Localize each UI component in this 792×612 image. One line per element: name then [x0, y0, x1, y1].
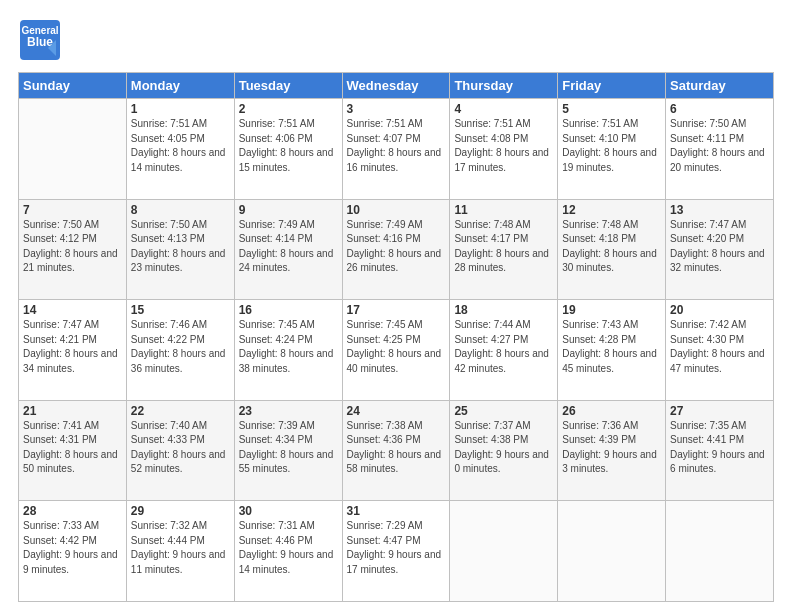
calendar-cell: 23Sunrise: 7:39 AM Sunset: 4:34 PM Dayli…	[234, 400, 342, 501]
day-info: Sunrise: 7:47 AM Sunset: 4:20 PM Dayligh…	[670, 218, 769, 276]
calendar-cell: 26Sunrise: 7:36 AM Sunset: 4:39 PM Dayli…	[558, 400, 666, 501]
calendar-cell: 25Sunrise: 7:37 AM Sunset: 4:38 PM Dayli…	[450, 400, 558, 501]
day-number: 1	[131, 102, 230, 116]
calendar-header-row: SundayMondayTuesdayWednesdayThursdayFrid…	[19, 73, 774, 99]
day-info: Sunrise: 7:51 AM Sunset: 4:10 PM Dayligh…	[562, 117, 661, 175]
calendar-cell	[558, 501, 666, 602]
weekday-header: Thursday	[450, 73, 558, 99]
weekday-header: Friday	[558, 73, 666, 99]
day-number: 14	[23, 303, 122, 317]
calendar-cell: 1Sunrise: 7:51 AM Sunset: 4:05 PM Daylig…	[126, 99, 234, 200]
calendar-cell: 19Sunrise: 7:43 AM Sunset: 4:28 PM Dayli…	[558, 300, 666, 401]
day-info: Sunrise: 7:29 AM Sunset: 4:47 PM Dayligh…	[347, 519, 446, 577]
calendar-cell: 18Sunrise: 7:44 AM Sunset: 4:27 PM Dayli…	[450, 300, 558, 401]
day-info: Sunrise: 7:33 AM Sunset: 4:42 PM Dayligh…	[23, 519, 122, 577]
calendar-cell: 14Sunrise: 7:47 AM Sunset: 4:21 PM Dayli…	[19, 300, 127, 401]
calendar-table: SundayMondayTuesdayWednesdayThursdayFrid…	[18, 72, 774, 602]
day-number: 16	[239, 303, 338, 317]
day-number: 25	[454, 404, 553, 418]
calendar-cell: 28Sunrise: 7:33 AM Sunset: 4:42 PM Dayli…	[19, 501, 127, 602]
calendar-week-row: 7Sunrise: 7:50 AM Sunset: 4:12 PM Daylig…	[19, 199, 774, 300]
calendar-week-row: 1Sunrise: 7:51 AM Sunset: 4:05 PM Daylig…	[19, 99, 774, 200]
calendar-cell: 27Sunrise: 7:35 AM Sunset: 4:41 PM Dayli…	[666, 400, 774, 501]
day-number: 15	[131, 303, 230, 317]
header: General Blue	[18, 18, 774, 62]
day-number: 17	[347, 303, 446, 317]
day-info: Sunrise: 7:51 AM Sunset: 4:06 PM Dayligh…	[239, 117, 338, 175]
day-number: 26	[562, 404, 661, 418]
day-info: Sunrise: 7:50 AM Sunset: 4:13 PM Dayligh…	[131, 218, 230, 276]
day-info: Sunrise: 7:51 AM Sunset: 4:07 PM Dayligh…	[347, 117, 446, 175]
calendar-cell: 12Sunrise: 7:48 AM Sunset: 4:18 PM Dayli…	[558, 199, 666, 300]
day-info: Sunrise: 7:51 AM Sunset: 4:05 PM Dayligh…	[131, 117, 230, 175]
calendar-cell: 3Sunrise: 7:51 AM Sunset: 4:07 PM Daylig…	[342, 99, 450, 200]
calendar-week-row: 14Sunrise: 7:47 AM Sunset: 4:21 PM Dayli…	[19, 300, 774, 401]
day-number: 20	[670, 303, 769, 317]
day-info: Sunrise: 7:40 AM Sunset: 4:33 PM Dayligh…	[131, 419, 230, 477]
day-number: 21	[23, 404, 122, 418]
day-number: 28	[23, 504, 122, 518]
day-number: 2	[239, 102, 338, 116]
calendar-cell: 13Sunrise: 7:47 AM Sunset: 4:20 PM Dayli…	[666, 199, 774, 300]
day-number: 19	[562, 303, 661, 317]
day-number: 6	[670, 102, 769, 116]
day-info: Sunrise: 7:50 AM Sunset: 4:12 PM Dayligh…	[23, 218, 122, 276]
calendar-cell	[450, 501, 558, 602]
calendar-cell: 21Sunrise: 7:41 AM Sunset: 4:31 PM Dayli…	[19, 400, 127, 501]
logo-icon: General Blue	[18, 18, 62, 62]
calendar-cell: 4Sunrise: 7:51 AM Sunset: 4:08 PM Daylig…	[450, 99, 558, 200]
calendar-cell: 15Sunrise: 7:46 AM Sunset: 4:22 PM Dayli…	[126, 300, 234, 401]
calendar-week-row: 21Sunrise: 7:41 AM Sunset: 4:31 PM Dayli…	[19, 400, 774, 501]
day-info: Sunrise: 7:36 AM Sunset: 4:39 PM Dayligh…	[562, 419, 661, 477]
day-number: 3	[347, 102, 446, 116]
calendar-cell: 20Sunrise: 7:42 AM Sunset: 4:30 PM Dayli…	[666, 300, 774, 401]
weekday-header: Tuesday	[234, 73, 342, 99]
day-number: 31	[347, 504, 446, 518]
day-info: Sunrise: 7:32 AM Sunset: 4:44 PM Dayligh…	[131, 519, 230, 577]
calendar-cell: 29Sunrise: 7:32 AM Sunset: 4:44 PM Dayli…	[126, 501, 234, 602]
logo: General Blue	[18, 18, 62, 62]
calendar-week-row: 28Sunrise: 7:33 AM Sunset: 4:42 PM Dayli…	[19, 501, 774, 602]
day-info: Sunrise: 7:51 AM Sunset: 4:08 PM Dayligh…	[454, 117, 553, 175]
day-number: 8	[131, 203, 230, 217]
calendar-cell: 10Sunrise: 7:49 AM Sunset: 4:16 PM Dayli…	[342, 199, 450, 300]
day-info: Sunrise: 7:48 AM Sunset: 4:17 PM Dayligh…	[454, 218, 553, 276]
calendar-cell: 7Sunrise: 7:50 AM Sunset: 4:12 PM Daylig…	[19, 199, 127, 300]
calendar-cell: 5Sunrise: 7:51 AM Sunset: 4:10 PM Daylig…	[558, 99, 666, 200]
day-number: 5	[562, 102, 661, 116]
calendar-cell: 2Sunrise: 7:51 AM Sunset: 4:06 PM Daylig…	[234, 99, 342, 200]
day-number: 9	[239, 203, 338, 217]
day-number: 10	[347, 203, 446, 217]
day-number: 27	[670, 404, 769, 418]
day-number: 29	[131, 504, 230, 518]
day-info: Sunrise: 7:45 AM Sunset: 4:24 PM Dayligh…	[239, 318, 338, 376]
day-info: Sunrise: 7:46 AM Sunset: 4:22 PM Dayligh…	[131, 318, 230, 376]
calendar-cell: 22Sunrise: 7:40 AM Sunset: 4:33 PM Dayli…	[126, 400, 234, 501]
calendar-cell: 17Sunrise: 7:45 AM Sunset: 4:25 PM Dayli…	[342, 300, 450, 401]
weekday-header: Wednesday	[342, 73, 450, 99]
day-number: 24	[347, 404, 446, 418]
calendar-cell: 31Sunrise: 7:29 AM Sunset: 4:47 PM Dayli…	[342, 501, 450, 602]
calendar-cell: 24Sunrise: 7:38 AM Sunset: 4:36 PM Dayli…	[342, 400, 450, 501]
day-number: 7	[23, 203, 122, 217]
day-number: 11	[454, 203, 553, 217]
day-number: 12	[562, 203, 661, 217]
day-number: 22	[131, 404, 230, 418]
day-number: 23	[239, 404, 338, 418]
day-info: Sunrise: 7:38 AM Sunset: 4:36 PM Dayligh…	[347, 419, 446, 477]
day-info: Sunrise: 7:37 AM Sunset: 4:38 PM Dayligh…	[454, 419, 553, 477]
day-info: Sunrise: 7:42 AM Sunset: 4:30 PM Dayligh…	[670, 318, 769, 376]
calendar-cell	[19, 99, 127, 200]
day-info: Sunrise: 7:43 AM Sunset: 4:28 PM Dayligh…	[562, 318, 661, 376]
calendar-cell: 9Sunrise: 7:49 AM Sunset: 4:14 PM Daylig…	[234, 199, 342, 300]
day-number: 18	[454, 303, 553, 317]
page: General Blue SundayMondayTuesdayWednesda…	[0, 0, 792, 612]
weekday-header: Saturday	[666, 73, 774, 99]
day-info: Sunrise: 7:44 AM Sunset: 4:27 PM Dayligh…	[454, 318, 553, 376]
day-number: 4	[454, 102, 553, 116]
calendar-cell: 30Sunrise: 7:31 AM Sunset: 4:46 PM Dayli…	[234, 501, 342, 602]
calendar-cell: 6Sunrise: 7:50 AM Sunset: 4:11 PM Daylig…	[666, 99, 774, 200]
day-info: Sunrise: 7:39 AM Sunset: 4:34 PM Dayligh…	[239, 419, 338, 477]
day-info: Sunrise: 7:45 AM Sunset: 4:25 PM Dayligh…	[347, 318, 446, 376]
day-info: Sunrise: 7:41 AM Sunset: 4:31 PM Dayligh…	[23, 419, 122, 477]
